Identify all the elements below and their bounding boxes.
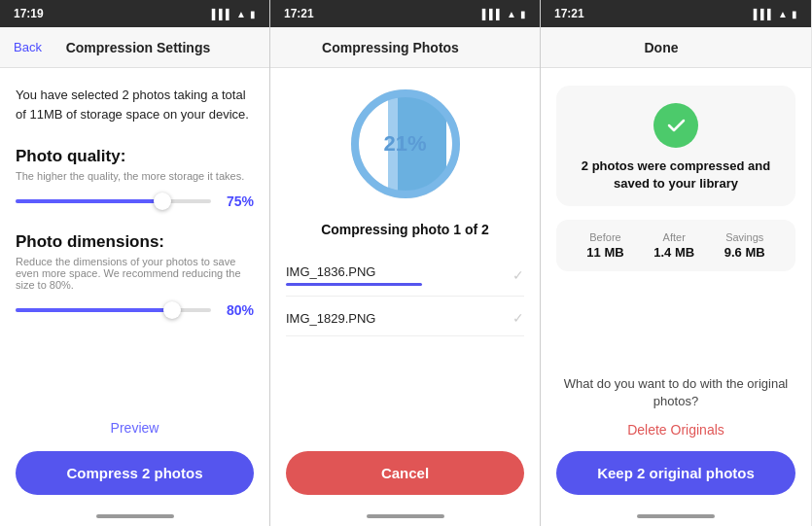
- wifi-icon-2: ▲: [507, 9, 516, 19]
- nav-bar-3: Done: [541, 27, 811, 68]
- stat-before: Before 11 MB: [586, 231, 623, 260]
- nav-bar-2: Compressing Photos: [270, 27, 540, 68]
- quality-slider-track: [16, 199, 211, 203]
- circle-progress: 21%: [347, 86, 464, 202]
- screen-content-3: 2 photos were compressed and saved to yo…: [541, 68, 811, 507]
- time-3: 17:21: [554, 7, 584, 20]
- cancel-button[interactable]: Cancel: [286, 451, 524, 495]
- success-circle: [653, 103, 698, 148]
- dimensions-label: Photo dimensions:: [16, 232, 254, 252]
- circle-progress-wrap: 21%: [286, 86, 524, 202]
- phone-screen-1: 17:19 ▌▌▌ ▲ ▮ Back Compression Settings …: [0, 0, 270, 526]
- screen-title-1: Compression Settings: [50, 40, 227, 55]
- file1-info: IMG_1836.PNG: [286, 264, 512, 286]
- screen-content-1: You have selected 2 photos taking a tota…: [0, 68, 269, 507]
- screen-content-2: 21% Compressing photo 1 of 2 IMG_1836.PN…: [270, 68, 540, 507]
- home-bar-3: [637, 514, 715, 518]
- time-2: 17:21: [284, 7, 314, 20]
- status-bar-3: 17:21 ▌▌▌ ▲ ▮: [541, 0, 811, 27]
- stat-after: After 1.4 MB: [653, 231, 694, 260]
- home-bar-1: [96, 514, 174, 518]
- dimensions-sub: Reduce the dimensions of your photos to …: [16, 256, 254, 291]
- status-bar-1: 17:19 ▌▌▌ ▲ ▮: [0, 0, 269, 27]
- screen-title-3: Done: [554, 40, 768, 55]
- savings-label: Savings: [724, 231, 765, 243]
- dimensions-section: Photo dimensions: Reduce the dimensions …: [16, 232, 254, 341]
- time-1: 17:19: [14, 7, 44, 20]
- compress-status: Compressing photo 1 of 2: [286, 222, 524, 237]
- file2-info: IMG_1829.PNG: [286, 311, 512, 326]
- after-value: 1.4 MB: [653, 245, 694, 260]
- home-indicator-2: [270, 507, 540, 526]
- battery-icon-3: ▮: [792, 9, 797, 19]
- preview-link[interactable]: Preview: [16, 420, 254, 436]
- file1-name: IMG_1836.PNG: [286, 264, 512, 279]
- home-bar-2: [367, 514, 444, 518]
- home-indicator-1: [0, 507, 269, 526]
- file1-progress-bar: [286, 283, 422, 286]
- before-label: Before: [586, 231, 623, 243]
- success-text: 2 photos were compressed and saved to yo…: [572, 158, 780, 193]
- file2-name: IMG_1829.PNG: [286, 311, 512, 326]
- phone-screen-2: 17:21 ▌▌▌ ▲ ▮ Compressing Photos: [270, 0, 541, 526]
- file2-check-icon: ✓: [512, 310, 524, 326]
- status-icons-1: ▌▌▌ ▲ ▮: [212, 9, 256, 19]
- dimensions-slider-row: 80%: [16, 302, 254, 318]
- file-item-2: IMG_1829.PNG ✓: [286, 300, 524, 336]
- file2-wrap: IMG_1829.PNG ✓: [286, 300, 524, 336]
- progress-percent: 21%: [383, 131, 426, 157]
- signal-icon: ▌▌▌: [212, 9, 232, 19]
- after-label: After: [653, 231, 694, 243]
- file1-check-icon: ✓: [512, 267, 524, 283]
- quality-value: 75%: [219, 193, 254, 209]
- dimensions-slider-track: [16, 308, 211, 312]
- success-card: 2 photos were compressed and saved to yo…: [556, 86, 795, 206]
- wifi-icon: ▲: [236, 9, 246, 19]
- compress-button[interactable]: Compress 2 photos: [16, 451, 254, 495]
- dimensions-slider-thumb[interactable]: [163, 301, 181, 319]
- status-bar-2: 17:21 ▌▌▌ ▲ ▮: [270, 0, 540, 27]
- quality-sub: The higher the quality, the more storage…: [16, 170, 254, 182]
- stats-row: Before 11 MB After 1.4 MB Savings 9.6 MB: [556, 220, 795, 271]
- stat-savings: Savings 9.6 MB: [724, 231, 765, 260]
- home-indicator-3: [541, 507, 811, 526]
- back-button[interactable]: Back: [14, 40, 42, 54]
- file1-wrap: IMG_1836.PNG ✓: [286, 255, 524, 297]
- battery-icon-2: ▮: [520, 9, 526, 19]
- quality-slider-thumb[interactable]: [154, 193, 171, 210]
- delete-originals-button[interactable]: Delete Originals: [556, 422, 795, 438]
- dimensions-value: 80%: [219, 302, 254, 318]
- quality-slider-fill: [16, 199, 162, 203]
- keep-button[interactable]: Keep 2 original photos: [556, 451, 795, 495]
- status-icons-3: ▌▌▌ ▲ ▮: [754, 9, 797, 19]
- battery-icon: ▮: [250, 9, 256, 19]
- status-icons-2: ▌▌▌ ▲ ▮: [482, 9, 526, 19]
- checkmark-icon: [664, 114, 688, 137]
- before-value: 11 MB: [586, 245, 623, 260]
- file-item-1: IMG_1836.PNG ✓: [286, 255, 524, 297]
- quality-label: Photo quality:: [16, 147, 254, 166]
- phone-screen-3: 17:21 ▌▌▌ ▲ ▮ Done 2 photos were compres…: [541, 0, 811, 526]
- question-text: What do you want to do with the original…: [556, 375, 795, 410]
- signal-icon-3: ▌▌▌: [754, 9, 774, 19]
- savings-value: 9.6 MB: [724, 245, 765, 260]
- dimensions-slider-fill: [16, 308, 172, 312]
- screen-title-2: Compressing Photos: [284, 40, 497, 55]
- quality-section: Photo quality: The higher the quality, t…: [16, 147, 254, 232]
- wifi-icon-3: ▲: [778, 9, 788, 19]
- nav-bar-1: Back Compression Settings: [0, 27, 269, 68]
- signal-icon-2: ▌▌▌: [482, 9, 503, 19]
- info-text: You have selected 2 photos taking a tota…: [16, 86, 254, 123]
- quality-slider-row: 75%: [16, 193, 254, 209]
